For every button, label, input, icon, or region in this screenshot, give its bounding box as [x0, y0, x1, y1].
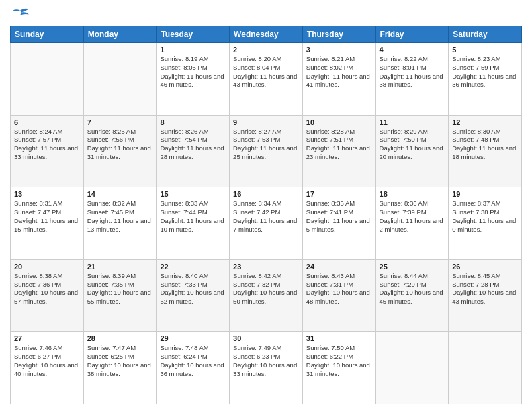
sunrise-text: Sunrise: 8:21 AM: [306, 55, 372, 64]
day-number: 17: [306, 190, 372, 198]
calendar-week-1: 1Sunrise: 8:19 AMSunset: 8:05 PMDaylight…: [11, 43, 522, 116]
calendar-cell: 22Sunrise: 8:40 AMSunset: 7:33 PMDayligh…: [157, 259, 230, 332]
sunset-text: Sunset: 7:41 PM: [306, 208, 372, 217]
calendar-cell: 29Sunrise: 7:48 AMSunset: 6:24 PMDayligh…: [157, 332, 230, 404]
sunrise-text: Sunrise: 8:24 AM: [14, 128, 80, 136]
calendar-body: 1Sunrise: 8:19 AMSunset: 8:05 PMDaylight…: [11, 43, 522, 404]
header-day-thursday: Thursday: [302, 26, 375, 43]
cell-content: Sunrise: 8:35 AMSunset: 7:41 PMDaylight:…: [306, 199, 372, 234]
calendar-cell: [83, 43, 157, 116]
sunrise-text: Sunrise: 7:46 AM: [14, 344, 80, 353]
day-number: 21: [87, 263, 153, 271]
sunrise-text: Sunrise: 8:27 AM: [233, 128, 299, 136]
calendar-cell: 30Sunrise: 7:49 AMSunset: 6:23 PMDayligh…: [230, 332, 303, 404]
sunset-text: Sunset: 8:02 PM: [306, 64, 372, 73]
sunset-text: Sunset: 6:25 PM: [87, 353, 153, 361]
cell-content: Sunrise: 8:25 AMSunset: 7:56 PMDaylight:…: [87, 128, 153, 162]
calendar-header: SundayMondayTuesdayWednesdayThursdayFrid…: [11, 26, 522, 43]
cell-content: Sunrise: 7:50 AMSunset: 6:22 PMDaylight:…: [306, 344, 372, 378]
cell-content: Sunrise: 8:26 AMSunset: 7:54 PMDaylight:…: [160, 128, 226, 162]
sunrise-text: Sunrise: 8:23 AM: [452, 55, 518, 64]
calendar-week-3: 13Sunrise: 8:31 AMSunset: 7:47 PMDayligh…: [11, 187, 522, 260]
logo-icon: [10, 7, 30, 20]
daylight-text: Daylight: 11 hours and 43 minutes.: [233, 73, 299, 90]
sunrise-text: Sunrise: 8:39 AM: [87, 272, 153, 281]
day-number: 12: [452, 118, 518, 126]
sunrise-text: Sunrise: 8:36 AM: [380, 199, 445, 208]
sunrise-text: Sunrise: 8:33 AM: [160, 199, 226, 208]
daylight-text: Daylight: 10 hours and 48 minutes.: [306, 289, 372, 306]
sunrise-text: Sunrise: 8:44 AM: [380, 272, 445, 281]
day-number: 6: [14, 118, 80, 126]
daylight-text: Daylight: 11 hours and 15 minutes.: [14, 217, 80, 234]
page: SundayMondayTuesdayWednesdayThursdayFrid…: [0, 0, 532, 411]
daylight-text: Daylight: 10 hours and 43 minutes.: [452, 289, 518, 306]
daylight-text: Daylight: 11 hours and 46 minutes.: [160, 73, 226, 90]
cell-content: Sunrise: 8:33 AMSunset: 7:44 PMDaylight:…: [160, 199, 226, 234]
calendar-cell: 5Sunrise: 8:23 AMSunset: 7:59 PMDaylight…: [449, 43, 522, 116]
cell-content: Sunrise: 8:22 AMSunset: 8:01 PMDaylight:…: [380, 55, 445, 89]
day-number: 11: [380, 118, 445, 126]
daylight-text: Daylight: 10 hours and 38 minutes.: [87, 361, 153, 379]
cell-content: Sunrise: 8:44 AMSunset: 7:29 PMDaylight:…: [380, 272, 445, 306]
sunset-text: Sunset: 7:31 PM: [306, 281, 372, 289]
cell-content: Sunrise: 7:47 AMSunset: 6:25 PMDaylight:…: [87, 344, 153, 378]
cell-content: Sunrise: 8:21 AMSunset: 8:02 PMDaylight:…: [306, 55, 372, 89]
cell-content: Sunrise: 8:34 AMSunset: 7:42 PMDaylight:…: [233, 199, 299, 234]
sunrise-text: Sunrise: 8:45 AM: [452, 272, 518, 281]
sunset-text: Sunset: 7:42 PM: [233, 208, 299, 217]
sunrise-text: Sunrise: 8:30 AM: [452, 128, 518, 136]
calendar-cell: 17Sunrise: 8:35 AMSunset: 7:41 PMDayligh…: [302, 187, 375, 260]
cell-content: Sunrise: 8:20 AMSunset: 8:04 PMDaylight:…: [233, 55, 299, 89]
sunset-text: Sunset: 8:04 PM: [233, 64, 299, 73]
day-number: 22: [160, 263, 226, 271]
calendar-cell: 20Sunrise: 8:38 AMSunset: 7:36 PMDayligh…: [11, 259, 84, 332]
header-day-monday: Monday: [83, 26, 157, 43]
day-number: 16: [233, 190, 299, 198]
calendar-cell: 24Sunrise: 8:43 AMSunset: 7:31 PMDayligh…: [302, 259, 375, 332]
daylight-text: Daylight: 10 hours and 31 minutes.: [306, 361, 372, 379]
cell-content: Sunrise: 8:39 AMSunset: 7:35 PMDaylight:…: [87, 272, 153, 306]
cell-content: Sunrise: 8:28 AMSunset: 7:51 PMDaylight:…: [306, 128, 372, 162]
calendar-week-5: 27Sunrise: 7:46 AMSunset: 6:27 PMDayligh…: [11, 332, 522, 404]
daylight-text: Daylight: 10 hours and 33 minutes.: [233, 361, 299, 379]
calendar-cell: 26Sunrise: 8:45 AMSunset: 7:28 PMDayligh…: [449, 259, 522, 332]
sunrise-text: Sunrise: 8:19 AM: [160, 55, 226, 64]
calendar-cell: 21Sunrise: 8:39 AMSunset: 7:35 PMDayligh…: [83, 259, 157, 332]
cell-content: Sunrise: 7:48 AMSunset: 6:24 PMDaylight:…: [160, 344, 226, 378]
sunset-text: Sunset: 7:45 PM: [87, 208, 153, 217]
header-day-friday: Friday: [375, 26, 449, 43]
cell-content: Sunrise: 8:43 AMSunset: 7:31 PMDaylight:…: [306, 272, 372, 306]
sunset-text: Sunset: 7:48 PM: [452, 136, 518, 144]
day-number: 15: [160, 190, 226, 198]
calendar-cell: 15Sunrise: 8:33 AMSunset: 7:44 PMDayligh…: [157, 187, 230, 260]
day-number: 8: [160, 118, 226, 126]
cell-content: Sunrise: 8:30 AMSunset: 7:48 PMDaylight:…: [452, 128, 518, 162]
daylight-text: Daylight: 10 hours and 50 minutes.: [233, 289, 299, 306]
day-number: 5: [452, 46, 518, 54]
daylight-text: Daylight: 11 hours and 7 minutes.: [233, 217, 299, 234]
calendar-cell: [375, 332, 449, 404]
sunset-text: Sunset: 7:54 PM: [160, 136, 226, 144]
sunset-text: Sunset: 7:38 PM: [452, 208, 518, 217]
sunset-text: Sunset: 7:35 PM: [87, 281, 153, 289]
cell-content: Sunrise: 8:27 AMSunset: 7:53 PMDaylight:…: [233, 128, 299, 162]
day-number: 3: [306, 46, 372, 54]
sunset-text: Sunset: 7:56 PM: [87, 136, 153, 144]
header-day-tuesday: Tuesday: [157, 26, 230, 43]
header-day-wednesday: Wednesday: [230, 26, 303, 43]
sunrise-text: Sunrise: 8:35 AM: [306, 199, 372, 208]
sunset-text: Sunset: 6:23 PM: [233, 353, 299, 361]
sunrise-text: Sunrise: 8:25 AM: [87, 128, 153, 136]
sunrise-text: Sunrise: 8:32 AM: [87, 199, 153, 208]
day-number: 1: [160, 46, 226, 54]
calendar-week-4: 20Sunrise: 8:38 AMSunset: 7:36 PMDayligh…: [11, 259, 522, 332]
daylight-text: Daylight: 10 hours and 52 minutes.: [160, 289, 226, 306]
cell-content: Sunrise: 8:24 AMSunset: 7:57 PMDaylight:…: [14, 128, 80, 162]
sunset-text: Sunset: 7:57 PM: [14, 136, 80, 144]
calendar-cell: 4Sunrise: 8:22 AMSunset: 8:01 PMDaylight…: [375, 43, 449, 116]
day-number: 26: [452, 263, 518, 271]
cell-content: Sunrise: 8:45 AMSunset: 7:28 PMDaylight:…: [452, 272, 518, 306]
sunrise-text: Sunrise: 8:42 AM: [233, 272, 299, 281]
daylight-text: Daylight: 11 hours and 20 minutes.: [380, 144, 445, 162]
